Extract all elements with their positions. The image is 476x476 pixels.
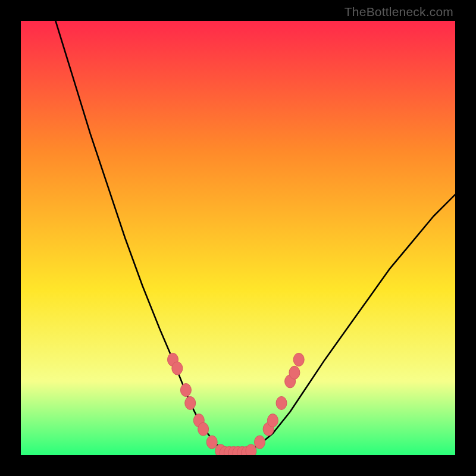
watermark-text: TheBottleneck.com — [345, 5, 453, 19]
data-marker — [293, 353, 304, 366]
curve-layer — [21, 21, 455, 455]
bottleneck-curve — [55, 21, 455, 453]
data-marker — [206, 436, 217, 449]
data-marker — [180, 384, 191, 397]
data-marker — [198, 422, 209, 436]
marker-group — [168, 353, 305, 455]
data-marker — [255, 436, 265, 449]
data-marker — [289, 366, 300, 379]
data-marker — [267, 414, 278, 427]
plot-area — [21, 21, 455, 455]
data-marker — [246, 444, 256, 455]
data-marker — [185, 396, 196, 409]
data-marker — [172, 362, 183, 375]
data-marker — [276, 396, 287, 409]
chart-frame: TheBottleneck.com — [0, 0, 476, 476]
